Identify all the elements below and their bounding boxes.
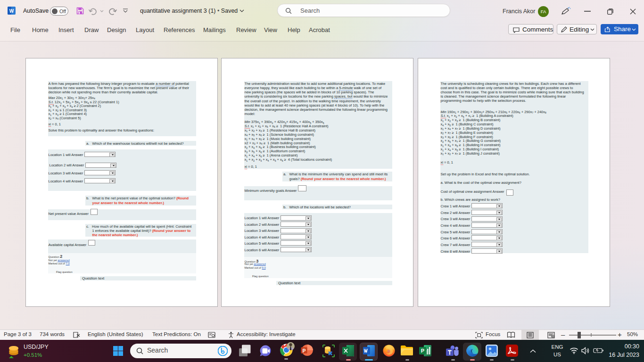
svg-text:W: W <box>9 8 14 14</box>
svg-text:P: P <box>302 348 305 354</box>
svg-text:P: P <box>421 348 424 354</box>
